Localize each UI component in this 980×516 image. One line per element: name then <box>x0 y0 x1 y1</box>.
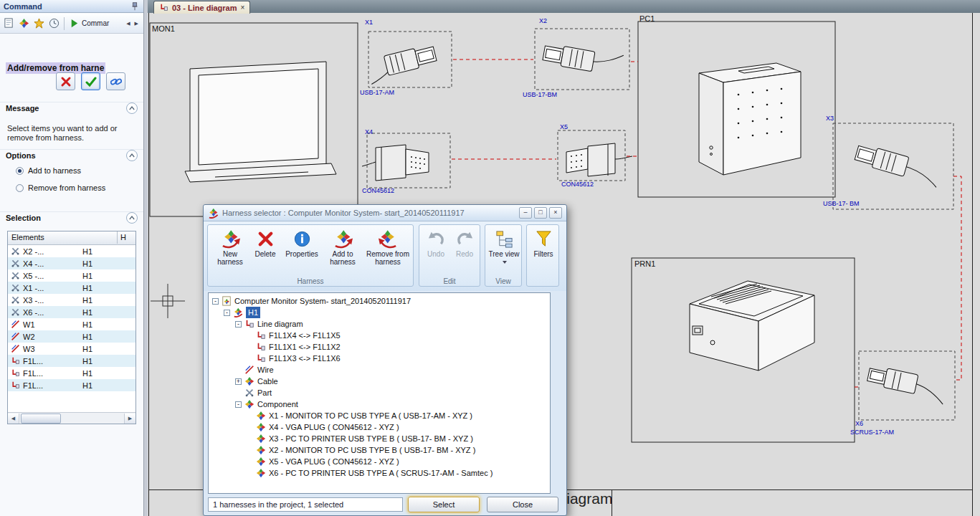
tree-item-connection[interactable]: F1L1X3 <-> F1L1X6 <box>209 353 550 364</box>
column-header-h[interactable]: H <box>120 233 126 242</box>
tree-item-x3[interactable]: X3 - PC TO PRINTER USB TYPE B ( USB-17- … <box>209 433 550 444</box>
redo-button[interactable]: Redo <box>451 228 478 258</box>
select-button[interactable]: Select <box>408 497 480 512</box>
command-tab[interactable]: Commar <box>69 18 109 29</box>
cancel-button[interactable] <box>56 72 75 90</box>
tree-view-button[interactable]: Tree view <box>487 228 520 266</box>
collapse-box[interactable]: - <box>212 298 219 305</box>
pin-icon[interactable] <box>130 1 140 11</box>
scroll-right-icon[interactable]: ▶ <box>124 414 135 424</box>
panel-splitter[interactable] <box>144 0 148 516</box>
tab-label: 03 - Line diagram <box>172 4 237 12</box>
component-tag-x4[interactable]: X4 <box>365 128 373 135</box>
wire-icon <box>11 320 20 329</box>
component-part-x2[interactable]: USB-17-BM <box>523 91 557 98</box>
collapse-box[interactable]: - <box>224 310 230 316</box>
group-label-harness: Harness <box>208 277 413 285</box>
tree-item-x2[interactable]: X2 - MONITOR TO PC USB TYPE B ( USB-17- … <box>209 444 550 456</box>
tree-item-x6[interactable]: X6 - PC TO PRINTER USB TYPE A ( SCRUS-17… <box>209 467 550 479</box>
column-header-elements[interactable]: Elements <box>11 233 44 242</box>
filters-button[interactable]: Filters <box>529 228 558 258</box>
table-row[interactable]: X1 -...H1 <box>8 282 135 294</box>
component-part-x5[interactable]: CON45612 <box>561 181 594 188</box>
scroll-left-icon[interactable]: ◀ <box>8 414 19 424</box>
device-label-pc1[interactable]: PC1 <box>639 14 655 23</box>
tree-label: X6 - PC TO PRINTER USB TYPE A ( SCRUS-17… <box>269 467 493 479</box>
table-row[interactable]: X3 -...H1 <box>8 294 135 306</box>
table-row[interactable]: X6 -...H1 <box>8 306 135 318</box>
tree-item-project[interactable]: -Computer Monitor System- start_20140520… <box>209 295 550 307</box>
component-tag-x1[interactable]: X1 <box>365 19 373 26</box>
table-row[interactable]: W3H1 <box>8 343 135 355</box>
link-button[interactable] <box>106 72 125 90</box>
component-tag-x6[interactable]: X6 <box>855 420 863 427</box>
properties-button[interactable]: Properties <box>282 228 321 258</box>
component-icon <box>256 434 266 444</box>
add-to-harness-button[interactable]: Add to harness <box>323 228 363 266</box>
tree-item-x5[interactable]: X5 - VGA PLUG ( CON45612 - XYZ ) <box>209 456 550 467</box>
collapse-box[interactable]: - <box>235 321 242 328</box>
maximize-icon[interactable]: □ <box>534 207 547 219</box>
component-part-x1[interactable]: USB-17-AM <box>360 89 394 96</box>
scroll-left-icon[interactable]: ◀ <box>126 21 131 26</box>
tab-line-diagram[interactable]: 03 - Line diagram × <box>153 1 250 14</box>
dialog-titlebar[interactable]: Harness selector : Computer Monitor Syst… <box>204 205 566 221</box>
table-row[interactable]: F1L...H1 <box>8 367 135 379</box>
tree-item-cable[interactable]: +Cable <box>209 376 550 387</box>
minimize-icon[interactable]: – <box>519 207 532 219</box>
component-part-x6[interactable]: SCRUS-17-AM <box>850 429 894 436</box>
tree-item-connection[interactable]: F1L1X4 <-> F1L1X5 <box>209 330 550 341</box>
collapse-chevron-icon[interactable] <box>126 102 138 114</box>
scroll-right-icon[interactable]: ▶ <box>135 21 140 26</box>
undo-button[interactable]: Undo <box>422 228 449 258</box>
tab-close-icon[interactable]: × <box>240 4 244 11</box>
device-label-prn1[interactable]: PRN1 <box>634 259 655 268</box>
ok-button[interactable] <box>81 72 100 90</box>
table-row[interactable]: F1L...H1 <box>8 379 135 391</box>
horizontal-scrollbar[interactable]: ◀ ▶ <box>8 412 135 424</box>
table-row[interactable]: X5 -...H1 <box>8 269 135 282</box>
component-tag-x3[interactable]: X3 <box>826 115 834 122</box>
collapse-chevron-icon[interactable] <box>126 212 138 224</box>
radio-selected-icon[interactable] <box>16 167 24 175</box>
radio-remove-from-harness[interactable]: Remove from harness <box>16 183 105 192</box>
scrollbar-thumb[interactable] <box>21 414 61 424</box>
expand-box[interactable]: + <box>235 378 242 385</box>
new-harness-button[interactable]: New harness <box>212 228 248 266</box>
radio-add-to-harness[interactable]: Add to harness <box>16 166 81 175</box>
component-part-x3[interactable]: USB-17- BM <box>823 200 860 207</box>
collapse-box[interactable]: - <box>235 401 242 408</box>
new-document-icon[interactable] <box>4 18 14 29</box>
row-harness: H1 <box>82 357 92 366</box>
radio-unselected-icon[interactable] <box>16 184 24 192</box>
close-icon[interactable]: × <box>549 207 562 219</box>
table-row[interactable]: F1L...H1 <box>8 355 135 367</box>
table-row[interactable]: X4 -...H1 <box>8 257 135 269</box>
chain-link-icon <box>110 76 122 87</box>
harness-icon[interactable] <box>19 18 29 29</box>
tree-item-connection[interactable]: F1L1X1 <-> F1L1X2 <box>209 341 550 353</box>
tree-item-x1[interactable]: X1 - MONITOR TO PC USB TYPE A ( USB-17-A… <box>209 410 550 421</box>
column-divider[interactable] <box>117 231 118 244</box>
table-row[interactable]: W2H1 <box>8 330 135 343</box>
selection-table-header[interactable]: Elements H <box>8 231 135 245</box>
tree-item-component[interactable]: -Component <box>209 398 550 410</box>
favorites-icon[interactable] <box>34 18 44 29</box>
tree-item-line-diagram[interactable]: -Line diagram <box>209 318 550 330</box>
tree-item-h1[interactable]: -H1 <box>209 307 550 318</box>
device-label-mon1[interactable]: MON1 <box>152 24 175 33</box>
delete-button[interactable]: Delete <box>249 228 281 258</box>
table-row[interactable]: W1H1 <box>8 318 135 330</box>
component-part-x4[interactable]: CON45612 <box>362 187 394 194</box>
collapse-chevron-icon[interactable] <box>126 150 138 161</box>
tree-item-part[interactable]: Part <box>209 387 550 398</box>
history-icon[interactable] <box>49 18 60 29</box>
tree-item-x4[interactable]: X4 - VGA PLUG ( CON45612 - XYZ ) <box>209 421 550 433</box>
toolbar-scroll-arrows[interactable]: ◀ ▶ <box>126 21 140 27</box>
component-tag-x5[interactable]: X5 <box>560 123 568 130</box>
remove-from-harness-button[interactable]: Remove from harness <box>364 228 411 266</box>
component-tag-x2[interactable]: X2 <box>539 17 547 24</box>
close-button[interactable]: Close <box>487 497 558 512</box>
tree-item-wire[interactable]: Wire <box>209 364 550 376</box>
table-row[interactable]: X2 -...H1 <box>8 245 135 257</box>
